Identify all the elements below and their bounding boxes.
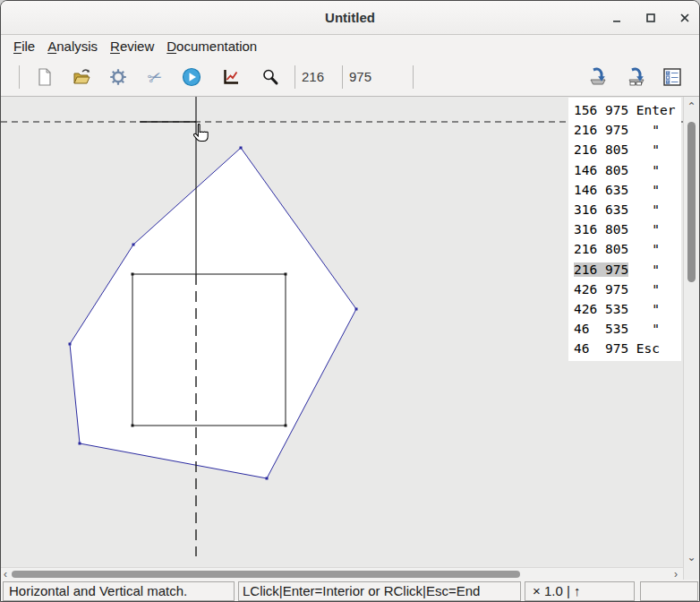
toolbar: ✂ 216 975	[1, 57, 699, 97]
cut-button[interactable]: ✂	[144, 66, 166, 88]
gear-icon	[108, 67, 128, 87]
horizontal-scrollbar-thumb[interactable]	[12, 571, 520, 578]
window-title: Untitled	[1, 10, 699, 25]
coordinate-row[interactable]: 216 805 "	[574, 140, 681, 159]
new-document-icon	[36, 68, 54, 86]
toolbar-separator	[413, 65, 414, 89]
polygon-vertex-dot	[79, 443, 81, 445]
main-area: 156 975 Enter216 975 "216 805 "146 805 "…	[1, 97, 699, 567]
x-coordinate-field[interactable]: 216	[295, 69, 342, 84]
save-button[interactable]	[587, 66, 609, 88]
app-window: Untitled FileAnalysisReviewDocumentation	[0, 0, 700, 602]
search-button[interactable]	[260, 66, 281, 88]
titlebar[interactable]: Untitled	[1, 1, 699, 35]
save-all-icon	[626, 67, 647, 87]
run-button[interactable]	[181, 66, 202, 88]
y-coordinate-field[interactable]: 975	[343, 69, 389, 84]
maximize-icon	[645, 13, 656, 23]
coordinate-row[interactable]: 316 635 "	[574, 200, 681, 219]
open-folder-icon	[72, 68, 91, 86]
statusbar: Horizontal and Vertical match. LClick|En…	[1, 580, 699, 602]
new-document-button[interactable]	[34, 66, 55, 88]
inner-rectangle	[132, 274, 286, 426]
settings-button[interactable]	[107, 66, 129, 88]
status-match-message: Horizontal and Vertical match.	[3, 581, 235, 601]
coordinate-row[interactable]: 216 975 "	[574, 260, 681, 280]
save-all-button[interactable]	[626, 66, 647, 88]
menu-item-file[interactable]: File	[8, 37, 40, 56]
coordinate-row[interactable]: 146 805 "	[574, 160, 681, 180]
rectangle-corner-dot	[285, 425, 287, 427]
scroll-down-icon[interactable]: ⌄	[684, 551, 699, 563]
scissors-icon: ✂	[145, 64, 165, 88]
chart-icon	[222, 68, 240, 86]
menu-item-review[interactable]: Review	[105, 37, 159, 56]
checklist-icon	[663, 68, 681, 86]
report-button[interactable]	[662, 66, 683, 88]
rectangle-corner-dot	[285, 273, 287, 276]
coordinate-row[interactable]: 216 975 "	[574, 120, 681, 140]
coordinate-row[interactable]: 426 535 "	[574, 299, 681, 319]
close-icon	[679, 13, 690, 23]
coordinate-row[interactable]: 46 975 Esc	[574, 339, 681, 358]
polygon-vertex-dot	[69, 343, 72, 346]
polygon-vertex-dot	[240, 147, 243, 150]
menu-item-documentation[interactable]: Documentation	[161, 37, 262, 56]
coordinates-list: 156 975 Enter216 975 "216 805 "146 805 "…	[568, 98, 681, 361]
polygon-vertex-dot	[132, 244, 135, 246]
status-empty-segment	[640, 581, 698, 601]
vertical-scrollbar[interactable]: ⌃ ⌄	[683, 97, 699, 567]
coordinate-row[interactable]: 216 805 "	[574, 239, 681, 259]
close-button[interactable]	[678, 11, 692, 25]
coordinate-row[interactable]: 156 975 Enter	[574, 100, 681, 120]
scrollbar-corner	[683, 567, 699, 580]
polygon-vertex-dot	[355, 308, 358, 311]
open-button[interactable]	[71, 66, 92, 88]
coordinate-row[interactable]: 426 975 "	[574, 280, 681, 299]
chart-button[interactable]	[220, 66, 242, 88]
scroll-left-icon[interactable]: ‹	[4, 568, 7, 580]
scroll-up-icon[interactable]: ⌃	[684, 100, 699, 113]
horizontal-scrollbar[interactable]: ‹ ›	[1, 567, 683, 580]
coordinate-row[interactable]: 146 635 "	[574, 180, 681, 200]
status-hint-message: LClick|Enter=Interior or RClick|Esc=End	[238, 581, 521, 601]
minimize-icon	[611, 13, 622, 23]
play-icon	[182, 67, 201, 87]
maximize-button[interactable]	[644, 11, 658, 25]
save-icon	[587, 67, 609, 87]
drawing-canvas[interactable]: 156 975 Enter216 975 "216 805 "146 805 "…	[1, 97, 683, 567]
vertical-scrollbar-thumb[interactable]	[687, 122, 696, 282]
hscroll-row: ‹ ›	[1, 567, 699, 580]
status-zoom-level: × 1.0 | ↑	[525, 581, 635, 601]
rectangle-corner-dot	[132, 273, 134, 276]
minimize-button[interactable]	[610, 11, 624, 25]
scroll-right-icon[interactable]: ›	[674, 568, 678, 580]
rectangle-corner-dot	[132, 425, 134, 427]
menubar: FileAnalysisReviewDocumentation	[1, 35, 699, 57]
polygon-vertex-dot	[266, 477, 269, 480]
search-icon	[261, 68, 279, 86]
coordinate-row[interactable]: 46 535 "	[574, 319, 681, 339]
coordinate-row[interactable]: 316 805 "	[574, 219, 681, 239]
toolbar-separator	[19, 65, 20, 89]
menu-item-analysis[interactable]: Analysis	[42, 37, 103, 56]
